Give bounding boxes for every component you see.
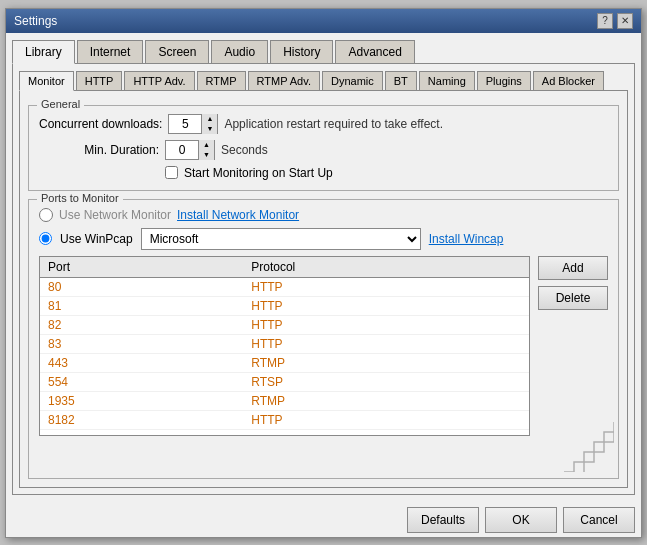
- close-button[interactable]: ✕: [617, 13, 633, 29]
- ok-button[interactable]: OK: [485, 507, 557, 533]
- startup-label: Start Monitoring on Start Up: [184, 166, 333, 180]
- tab2-naming[interactable]: Naming: [419, 71, 475, 91]
- top-tabs: Library Internet Screen Audio History Ad…: [12, 39, 635, 63]
- protocol-cell: HTTP: [243, 410, 529, 429]
- concurrent-input[interactable]: [169, 115, 201, 133]
- title-bar: Settings ? ✕: [6, 9, 641, 33]
- concurrent-down[interactable]: ▼: [202, 124, 217, 134]
- help-button[interactable]: ?: [597, 13, 613, 29]
- startup-checkbox[interactable]: [165, 166, 178, 179]
- tab-audio[interactable]: Audio: [211, 40, 268, 64]
- protocol-cell: RTMP: [243, 391, 529, 410]
- network-monitor-label: Use Network Monitor: [59, 208, 171, 222]
- main-content: Library Internet Screen Audio History Ad…: [6, 33, 641, 501]
- ports-table: Port Protocol 80HTTP81HTTP82HTTP83HTTP44…: [40, 257, 529, 430]
- ports-main: Port Protocol 80HTTP81HTTP82HTTP83HTTP44…: [39, 256, 608, 436]
- tab2-http-adv[interactable]: HTTP Adv.: [124, 71, 194, 91]
- port-col-header: Port: [40, 257, 243, 278]
- table-row[interactable]: 81HTTP: [40, 296, 529, 315]
- ports-buttons: Add Delete: [538, 256, 608, 436]
- network-monitor-radio[interactable]: [39, 208, 53, 222]
- protocol-cell: HTTP: [243, 334, 529, 353]
- min-duration-up[interactable]: ▲: [199, 140, 214, 150]
- tab2-adblocker[interactable]: Ad Blocker: [533, 71, 604, 91]
- min-duration-spin[interactable]: ▲ ▼: [165, 140, 215, 160]
- title-bar-left: Settings: [14, 14, 57, 28]
- add-button[interactable]: Add: [538, 256, 608, 280]
- table-row[interactable]: 82HTTP: [40, 315, 529, 334]
- concurrent-label: Concurrent downloads:: [39, 117, 162, 131]
- tab-advanced[interactable]: Advanced: [335, 40, 414, 64]
- concurrent-spin[interactable]: ▲ ▼: [168, 114, 218, 134]
- min-duration-note: Seconds: [221, 143, 268, 157]
- port-cell: 80: [40, 277, 243, 296]
- winpcap-radio[interactable]: [39, 232, 52, 245]
- tab2-rtmp-adv[interactable]: RTMP Adv.: [248, 71, 320, 91]
- table-row[interactable]: 1935RTMP: [40, 391, 529, 410]
- concurrent-spin-buttons: ▲ ▼: [201, 114, 217, 134]
- general-title: General: [37, 98, 84, 110]
- install-winpcap-link[interactable]: Install Wincap: [429, 232, 504, 246]
- protocol-cell: HTTP: [243, 296, 529, 315]
- port-cell: 82: [40, 315, 243, 334]
- protocol-cell: RTMP: [243, 353, 529, 372]
- title-buttons: ? ✕: [597, 13, 633, 29]
- defaults-button[interactable]: Defaults: [407, 507, 479, 533]
- min-duration-down[interactable]: ▼: [199, 150, 214, 160]
- cancel-button[interactable]: Cancel: [563, 507, 635, 533]
- winpcap-label: Use WinPcap: [60, 232, 133, 246]
- min-duration-row: Min. Duration: ▲ ▼ Seconds: [39, 140, 608, 160]
- winpcap-row: Use WinPcap Microsoft Install Wincap: [39, 228, 608, 250]
- protocol-cell: RTSP: [243, 372, 529, 391]
- tab2-rtmp[interactable]: RTMP: [197, 71, 246, 91]
- install-network-link[interactable]: Install Network Monitor: [177, 208, 299, 222]
- table-row[interactable]: 554RTSP: [40, 372, 529, 391]
- port-cell: 443: [40, 353, 243, 372]
- table-row[interactable]: 443RTMP: [40, 353, 529, 372]
- settings-window: Settings ? ✕ Library Internet Screen Aud…: [5, 8, 642, 538]
- window-title: Settings: [14, 14, 57, 28]
- top-tab-panel: Monitor HTTP HTTP Adv. RTMP RTMP Adv. Dy…: [12, 63, 635, 495]
- ports-content: Use Network Monitor Install Network Moni…: [39, 208, 608, 436]
- delete-button[interactable]: Delete: [538, 286, 608, 310]
- protocol-cell: HTTP: [243, 315, 529, 334]
- port-cell: 8182: [40, 410, 243, 429]
- tab2-plugins[interactable]: Plugins: [477, 71, 531, 91]
- tab-screen[interactable]: Screen: [145, 40, 209, 64]
- network-monitor-row: Use Network Monitor Install Network Moni…: [39, 208, 608, 222]
- bottom-bar: Defaults OK Cancel: [6, 501, 641, 537]
- ports-title: Ports to Monitor: [37, 192, 123, 204]
- tab2-bt[interactable]: BT: [385, 71, 417, 91]
- table-row[interactable]: 83HTTP: [40, 334, 529, 353]
- min-duration-input[interactable]: [166, 141, 198, 159]
- second-tabs: Monitor HTTP HTTP Adv. RTMP RTMP Adv. Dy…: [19, 70, 628, 90]
- table-row[interactable]: 80HTTP: [40, 277, 529, 296]
- monitor-panel: General Concurrent downloads: ▲ ▼ Applic…: [19, 90, 628, 488]
- protocol-col-header: Protocol: [243, 257, 529, 278]
- min-duration-label: Min. Duration:: [39, 143, 159, 157]
- tab-history[interactable]: History: [270, 40, 333, 64]
- protocol-cell: HTTP: [243, 277, 529, 296]
- tab2-http[interactable]: HTTP: [76, 71, 123, 91]
- port-cell: 554: [40, 372, 243, 391]
- tab-library[interactable]: Library: [12, 40, 75, 64]
- startup-row: Start Monitoring on Start Up: [165, 166, 608, 180]
- table-row[interactable]: 8182HTTP: [40, 410, 529, 429]
- ports-table-container[interactable]: Port Protocol 80HTTP81HTTP82HTTP83HTTP44…: [39, 256, 530, 436]
- min-duration-spin-buttons: ▲ ▼: [198, 140, 214, 160]
- tab-internet[interactable]: Internet: [77, 40, 144, 64]
- general-group: General Concurrent downloads: ▲ ▼ Applic…: [28, 105, 619, 191]
- winpcap-dropdown[interactable]: Microsoft: [141, 228, 421, 250]
- concurrent-note: Application restart required to take eff…: [224, 117, 443, 131]
- tab2-dynamic[interactable]: Dynamic: [322, 71, 383, 91]
- port-cell: 81: [40, 296, 243, 315]
- port-cell: 1935: [40, 391, 243, 410]
- concurrent-row: Concurrent downloads: ▲ ▼ Application re…: [39, 114, 608, 134]
- tab2-monitor[interactable]: Monitor: [19, 71, 74, 91]
- port-cell: 83: [40, 334, 243, 353]
- ports-group: Ports to Monitor Use Network Monitor Ins…: [28, 199, 619, 479]
- concurrent-up[interactable]: ▲: [202, 114, 217, 124]
